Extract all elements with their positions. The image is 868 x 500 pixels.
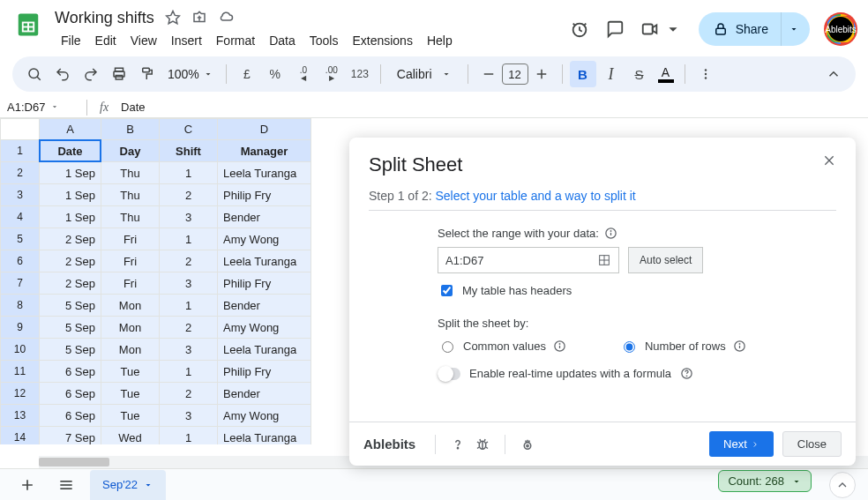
add-sheet-button[interactable]: [12, 472, 42, 498]
close-button[interactable]: Close: [782, 431, 842, 457]
cell[interactable]: 2: [160, 184, 218, 206]
cell[interactable]: Leela Turanga: [218, 162, 311, 184]
cell[interactable]: Philip Fry: [218, 361, 311, 383]
row-header[interactable]: 8: [1, 295, 40, 317]
cell[interactable]: Tue: [101, 383, 160, 405]
menu-insert[interactable]: Insert: [165, 30, 208, 51]
row-header[interactable]: 6: [1, 250, 40, 272]
cell[interactable]: Mon: [101, 317, 160, 339]
cell[interactable]: 3: [160, 339, 218, 361]
cell[interactable]: 6 Sep: [40, 405, 101, 427]
explore-button[interactable]: [829, 472, 856, 498]
bug-icon[interactable]: [475, 437, 490, 452]
cell[interactable]: 3: [160, 206, 218, 228]
last-edit-icon[interactable]: [570, 19, 589, 39]
row-header[interactable]: 13: [1, 405, 40, 427]
row-header[interactable]: 5: [1, 228, 40, 250]
cell[interactable]: Bender: [218, 206, 311, 228]
cell[interactable]: 1: [160, 427, 218, 445]
cell[interactable]: 1 Sep: [40, 162, 101, 184]
row-header[interactable]: 11: [1, 361, 40, 383]
cell[interactable]: 7 Sep: [40, 427, 101, 445]
cell[interactable]: 1 Sep: [40, 206, 101, 228]
account-avatar[interactable]: Ablebits: [826, 14, 856, 44]
row-header[interactable]: 3: [1, 184, 40, 206]
row-header[interactable]: 10: [1, 339, 40, 361]
cell[interactable]: 2: [160, 250, 218, 272]
menu-data[interactable]: Data: [263, 30, 302, 51]
menu-extensions[interactable]: Extensions: [346, 30, 418, 51]
auto-select-button[interactable]: Auto select: [628, 247, 703, 273]
formula-bar[interactable]: Date: [121, 101, 145, 114]
select-all-corner[interactable]: [1, 119, 40, 140]
text-color-button[interactable]: A: [655, 63, 677, 85]
meet-icon[interactable]: [640, 19, 683, 39]
cell[interactable]: 1: [160, 228, 218, 250]
font-size-increase[interactable]: [528, 61, 555, 87]
cell[interactable]: Leela Turanga: [218, 427, 311, 445]
headers-checkbox[interactable]: [441, 285, 453, 296]
menu-format[interactable]: Format: [210, 30, 261, 51]
radio-common-values[interactable]: Common values: [438, 339, 566, 353]
name-box[interactable]: A1:D67: [0, 101, 83, 114]
cell[interactable]: Fri: [101, 228, 160, 250]
radio-number-of-rows-input[interactable]: [624, 341, 635, 353]
percent-button[interactable]: %: [262, 61, 288, 87]
cell[interactable]: 5 Sep: [40, 295, 101, 317]
help-icon[interactable]: [680, 367, 693, 380]
menu-edit[interactable]: Edit: [89, 30, 123, 51]
cell[interactable]: 2 Sep: [40, 228, 101, 250]
decrease-decimal-button[interactable]: .0◀: [290, 61, 317, 87]
zoom-select[interactable]: 100%: [162, 67, 219, 81]
cell[interactable]: Manager: [218, 140, 311, 162]
info-icon[interactable]: [553, 340, 566, 353]
cell[interactable]: Amy Wong: [218, 228, 311, 250]
next-button[interactable]: Next: [709, 431, 774, 457]
menu-tools[interactable]: Tools: [303, 30, 345, 51]
cell[interactable]: Mon: [101, 339, 160, 361]
share-dropdown[interactable]: [781, 12, 810, 46]
cell[interactable]: 2 Sep: [40, 272, 101, 295]
cell[interactable]: Shift: [160, 140, 218, 162]
share-button[interactable]: Share: [699, 12, 810, 46]
realtime-toggle-row[interactable]: Enable real-time updates with a formula: [438, 367, 836, 380]
row-header[interactable]: 12: [1, 383, 40, 405]
more-formats-button[interactable]: 123: [347, 61, 373, 87]
col-header-a[interactable]: A: [40, 119, 101, 140]
cell[interactable]: 1: [160, 361, 218, 383]
sheets-logo[interactable]: [12, 9, 44, 41]
cell[interactable]: Wed: [101, 427, 160, 445]
help-icon[interactable]: [450, 437, 466, 452]
increase-decimal-button[interactable]: .00▶: [318, 61, 345, 87]
cell[interactable]: Fri: [101, 250, 160, 272]
cell[interactable]: 2 Sep: [40, 250, 101, 272]
search-icon[interactable]: [21, 61, 48, 87]
menu-help[interactable]: Help: [421, 30, 459, 51]
cell[interactable]: Tue: [101, 361, 160, 383]
cell[interactable]: 2: [160, 317, 218, 339]
strikethrough-button[interactable]: S: [626, 61, 653, 87]
toolbar-expand-icon[interactable]: [820, 61, 847, 87]
cell[interactable]: Amy Wong: [218, 405, 311, 427]
cell[interactable]: Bender: [218, 295, 311, 317]
cell[interactable]: Tue: [101, 405, 160, 427]
row-header[interactable]: 1: [1, 140, 40, 162]
cell[interactable]: 3: [160, 405, 218, 427]
cell[interactable]: Amy Wong: [218, 317, 311, 339]
toolbar-more-icon[interactable]: [692, 61, 719, 87]
cell[interactable]: 6 Sep: [40, 383, 101, 405]
undo-icon[interactable]: [49, 61, 76, 87]
doc-title[interactable]: Working shifts: [55, 9, 154, 27]
range-input[interactable]: A1:D67: [438, 247, 619, 273]
comments-icon[interactable]: [605, 19, 625, 39]
font-select[interactable]: Calibri: [388, 67, 460, 81]
headers-checkbox-row[interactable]: My table has headers: [438, 282, 836, 299]
info-icon[interactable]: [733, 340, 746, 353]
close-icon[interactable]: [822, 153, 836, 171]
cell[interactable]: 6 Sep: [40, 361, 101, 383]
print-icon[interactable]: [106, 61, 132, 87]
font-size-input[interactable]: 12: [502, 63, 528, 85]
star-icon[interactable]: [165, 10, 181, 26]
row-header[interactable]: 4: [1, 206, 40, 228]
font-size-decrease[interactable]: [475, 61, 502, 87]
